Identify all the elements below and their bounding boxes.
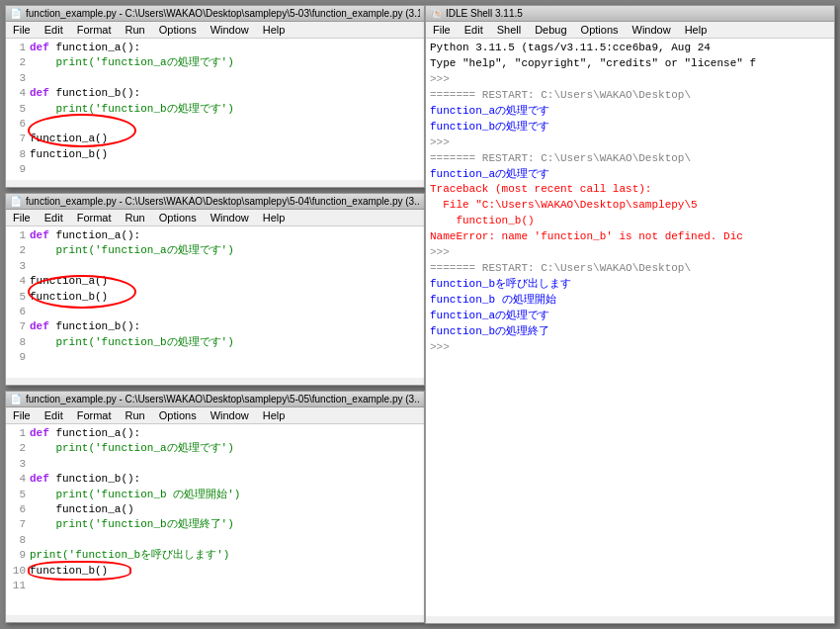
shell-output-line: function_b() xyxy=(430,214,830,229)
shell-menubar[interactable]: File Edit Shell Debug Options Window Hel… xyxy=(426,22,834,39)
code-text: function_b() xyxy=(30,147,108,162)
code-line: 11 xyxy=(10,579,420,593)
shell-content[interactable]: Python 3.11.5 (tags/v3.11.5:cce6ba9, Aug… xyxy=(426,39,834,616)
code-text: print('function_bを呼び出します') xyxy=(30,548,229,563)
menu-help-1[interactable]: Help xyxy=(260,23,289,37)
editor3-title-icon: 📄 xyxy=(10,394,22,404)
code-line: 2 print('function_aの処理です') xyxy=(10,441,420,456)
menu-format-2[interactable]: Format xyxy=(74,211,115,225)
menu-run-3[interactable]: Run xyxy=(123,408,148,422)
menu-window-s[interactable]: Window xyxy=(630,23,674,37)
shell-output-line: function_b の処理開始 xyxy=(430,293,830,309)
code-line: 9print('function_bを呼び出します') xyxy=(10,548,420,563)
shell-output-line: function_aの処理です xyxy=(430,309,830,324)
code-text: def function_a(): xyxy=(30,426,140,441)
menu-run-1[interactable]: Run xyxy=(123,23,148,37)
menu-format-3[interactable]: Format xyxy=(74,408,115,422)
menu-window-3[interactable]: Window xyxy=(208,408,252,422)
code-line: 10function_b() xyxy=(10,564,420,579)
menu-window-1[interactable]: Window xyxy=(208,23,252,37)
editor1-menubar[interactable]: File Edit Format Run Options Window Help xyxy=(6,22,424,39)
code-line: 5 print('function_bの処理です') xyxy=(10,102,420,117)
code-text: def function_b(): xyxy=(30,86,140,101)
shell-output-line: Traceback (most recent call last): xyxy=(430,182,830,198)
editor2-content[interactable]: 1def function_a():2 print('function_aの処理… xyxy=(6,226,424,378)
editor-window-2[interactable]: 📄 function_example.py - C:\Users\WAKAO\D… xyxy=(5,193,425,386)
shell-title-bar: 🐚 IDLE Shell 3.11.5 xyxy=(426,6,834,22)
menu-file-2[interactable]: File xyxy=(10,211,34,225)
code-text: print('function_aの処理です') xyxy=(30,55,234,70)
code-line: 8function_b() xyxy=(10,147,420,162)
code-line: 8 print('function_bの処理です') xyxy=(10,335,420,350)
menu-help-2[interactable]: Help xyxy=(260,211,289,225)
title-bar-1: 📄 function_example.py - C:\Users\WAKAO\D… xyxy=(6,6,424,22)
shell-output-line: function_aの処理です xyxy=(430,104,830,120)
shell-output-line: function_bの処理終了 xyxy=(430,324,830,340)
code-text: def function_a(): xyxy=(30,228,140,243)
menu-run-2[interactable]: Run xyxy=(123,211,148,225)
code-text: print('function_b の処理開始') xyxy=(30,488,240,502)
menu-edit-1[interactable]: Edit xyxy=(42,23,66,37)
editor1-title-icon: 📄 xyxy=(10,8,22,19)
code-text: def function_a(): xyxy=(30,41,140,55)
menu-help-3[interactable]: Help xyxy=(260,408,289,422)
code-text: print('function_bの処理です') xyxy=(30,102,234,117)
shell-window[interactable]: 🐚 IDLE Shell 3.11.5 File Edit Shell Debu… xyxy=(425,5,835,624)
title-bar-3: 📄 function_example.py - C:\Users\WAKAO\D… xyxy=(6,392,424,407)
shell-output-line: >>> xyxy=(430,340,830,356)
shell-output-line: >>> xyxy=(430,245,830,261)
editor3-content[interactable]: 1def function_a():2 print('function_aの処理… xyxy=(6,424,424,615)
code-text: print('function_aの処理です') xyxy=(30,441,234,456)
menu-edit-s[interactable]: Edit xyxy=(462,23,486,37)
menu-options-1[interactable]: Options xyxy=(156,23,200,37)
shell-output-line: ======= RESTART: C:\Users\WAKAO\Desktop\ xyxy=(430,151,830,167)
code-text: function_b() xyxy=(30,290,108,305)
menu-help-s[interactable]: Help xyxy=(682,23,711,37)
code-text: function_a() xyxy=(30,132,108,146)
code-line: 6 xyxy=(10,117,420,132)
code-line: 5 print('function_b の処理開始') xyxy=(10,488,420,502)
menu-window-2[interactable]: Window xyxy=(208,211,252,225)
menu-file-s[interactable]: File xyxy=(430,23,454,37)
shell-output-line: ======= RESTART: C:\Users\WAKAO\Desktop\ xyxy=(430,261,830,277)
shell-output-line: >>> xyxy=(430,135,830,151)
editor3-menubar[interactable]: File Edit Format Run Options Window Help xyxy=(6,407,424,424)
menu-options-s[interactable]: Options xyxy=(578,23,622,37)
shell-output-line: function_bを呼び出します xyxy=(430,277,830,293)
editor2-menubar[interactable]: File Edit Format Run Options Window Help xyxy=(6,210,424,226)
shell-output-line: ======= RESTART: C:\Users\WAKAO\Desktop\ xyxy=(430,88,830,104)
editor1-title-text: function_example.py - C:\Users\WAKAO\Des… xyxy=(26,8,420,19)
editor1-content[interactable]: 1def function_a():2 print('function_aの処理… xyxy=(6,39,424,180)
menu-debug-s[interactable]: Debug xyxy=(532,23,569,37)
code-line: 4def function_b(): xyxy=(10,472,420,487)
code-text: def function_b(): xyxy=(30,319,140,334)
menu-file-1[interactable]: File xyxy=(10,23,34,37)
menu-file-3[interactable]: File xyxy=(10,408,34,422)
shell-title-text: IDLE Shell 3.11.5 xyxy=(446,8,523,19)
code-line: 3 xyxy=(10,71,420,86)
menu-edit-3[interactable]: Edit xyxy=(42,408,66,422)
code-line: 7def function_b(): xyxy=(10,319,420,334)
editor-window-3[interactable]: 📄 function_example.py - C:\Users\WAKAO\D… xyxy=(5,391,425,623)
code-line: 1def function_a(): xyxy=(10,228,420,243)
code-line: 3 xyxy=(10,259,420,274)
editor-window-1[interactable]: 📄 function_example.py - C:\Users\WAKAO\D… xyxy=(5,5,425,188)
shell-output-line: NameError: name 'function_b' is not defi… xyxy=(430,229,830,245)
menu-options-2[interactable]: Options xyxy=(156,211,200,225)
title-bar-2: 📄 function_example.py - C:\Users\WAKAO\D… xyxy=(6,194,424,210)
shell-output-line: function_bの処理です xyxy=(430,120,830,135)
code-line: 9 xyxy=(10,350,420,365)
shell-title-icon: 🐚 xyxy=(430,8,442,19)
code-line: 2 print('function_aの処理です') xyxy=(10,243,420,258)
shell-output-line: Type "help", "copyright", "credits" or "… xyxy=(430,56,830,72)
menu-edit-2[interactable]: Edit xyxy=(42,211,66,225)
code-text: function_b() xyxy=(30,564,108,579)
menu-shell-s[interactable]: Shell xyxy=(494,23,524,37)
code-text: function_a() xyxy=(30,502,134,517)
shell-output-line: File "C:\Users\WAKAO\Desktop\samplepy\5 xyxy=(430,198,830,214)
menu-format-1[interactable]: Format xyxy=(74,23,115,37)
menu-options-3[interactable]: Options xyxy=(156,408,200,422)
code-line: 8 xyxy=(10,533,420,548)
code-line: 3 xyxy=(10,457,420,472)
editor2-title-text: function_example.py - C:\Users\WAKAO\Des… xyxy=(26,196,420,207)
